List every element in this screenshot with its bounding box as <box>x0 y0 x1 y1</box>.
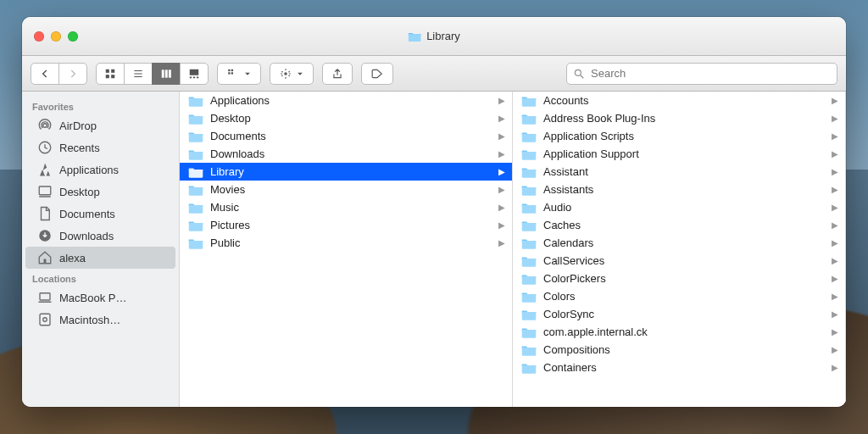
folder-name: Desktop <box>210 112 251 125</box>
folder-row[interactable]: Public▶ <box>180 234 512 252</box>
folder-row[interactable]: Assistants▶ <box>513 181 845 198</box>
column-1: Accounts▶Address Book Plug-Ins▶Applicati… <box>513 92 846 407</box>
chevron-right-icon: ▶ <box>832 131 838 141</box>
svg-rect-0 <box>106 69 109 72</box>
folder-name: Address Book Plug-Ins <box>543 112 655 125</box>
share-button[interactable] <box>322 63 353 85</box>
chevron-right-icon: ▶ <box>832 238 838 248</box>
view-icon-button[interactable] <box>96 63 125 85</box>
svg-point-30 <box>43 318 47 322</box>
chevron-right-icon: ▶ <box>832 292 838 301</box>
folder-icon <box>521 255 537 267</box>
sidebar-item-recents[interactable]: Recents <box>25 136 175 159</box>
doc-icon <box>37 206 53 221</box>
folder-row[interactable]: Music▶ <box>180 198 512 216</box>
folder-row[interactable]: CallServices▶ <box>513 252 845 270</box>
folder-icon <box>408 30 421 43</box>
folder-name: Movies <box>210 183 245 196</box>
view-column-button[interactable] <box>152 63 181 85</box>
folder-icon <box>521 220 537 231</box>
folder-icon <box>521 291 537 303</box>
folder-row[interactable]: ColorPickers▶ <box>513 270 845 287</box>
folder-row[interactable]: Documents▶ <box>180 127 512 145</box>
folder-icon <box>521 131 537 142</box>
folder-icon <box>188 220 203 231</box>
folder-icon <box>521 184 537 196</box>
svg-rect-17 <box>231 72 233 74</box>
sidebar-item-desktop[interactable]: Desktop <box>25 181 175 203</box>
sidebar-item-alexa[interactable]: alexa <box>25 247 175 269</box>
folder-row[interactable]: Pictures▶ <box>180 216 512 234</box>
folder-row[interactable]: Movies▶ <box>180 181 512 198</box>
view-list-button[interactable] <box>124 63 153 85</box>
forward-button[interactable] <box>58 63 87 85</box>
back-button[interactable] <box>31 63 59 85</box>
folder-icon <box>521 95 537 107</box>
folder-row[interactable]: Address Book Plug-Ins▶ <box>513 109 845 127</box>
search-field[interactable] <box>566 63 837 85</box>
folder-name: Public <box>210 236 240 249</box>
folder-row[interactable]: Accounts▶ <box>513 92 845 109</box>
svg-rect-11 <box>190 76 192 78</box>
folder-row[interactable]: Library▶ <box>180 163 512 181</box>
sidebar-item-label: MacBook P… <box>59 292 126 304</box>
folder-icon <box>521 166 537 178</box>
folder-row[interactable]: ColorSync▶ <box>513 305 845 323</box>
chevron-right-icon: ▶ <box>832 309 838 319</box>
folder-row[interactable]: Desktop▶ <box>180 109 512 127</box>
sidebar-item-documents[interactable]: Documents <box>25 203 175 225</box>
zoom-window-button[interactable] <box>68 31 78 42</box>
chevron-right-icon: ▶ <box>498 203 505 212</box>
folder-row[interactable]: com.apple.internal.ck▶ <box>513 323 845 341</box>
folder-icon <box>188 184 203 196</box>
chevron-right-icon: ▶ <box>832 220 838 230</box>
sidebar-item-airdrop[interactable]: AirDrop <box>25 114 175 136</box>
chevron-right-icon: ▶ <box>498 149 505 159</box>
folder-name: Containers <box>543 361 597 374</box>
group-by-button[interactable] <box>217 63 261 85</box>
sidebar-item-label: AirDrop <box>59 120 97 132</box>
airdrop-icon <box>37 118 53 133</box>
toolbar <box>22 56 846 92</box>
columns-view: Applications▶Desktop▶Documents▶Downloads… <box>180 92 846 407</box>
chevron-right-icon: ▶ <box>498 185 505 194</box>
folder-row[interactable]: Application Support▶ <box>513 145 845 163</box>
sidebar-item-label: Documents <box>59 208 115 220</box>
action-button[interactable] <box>270 63 314 85</box>
chevron-right-icon: ▶ <box>832 96 838 105</box>
folder-name: Library <box>210 165 244 178</box>
search-input[interactable] <box>566 63 837 85</box>
folder-icon <box>521 273 537 285</box>
folder-icon <box>521 362 537 374</box>
chevron-right-icon: ▶ <box>832 167 838 176</box>
sidebar-item-label: Downloads <box>59 230 114 242</box>
sidebar-item-applications[interactable]: Applications <box>25 159 175 181</box>
folder-row[interactable]: Caches▶ <box>513 216 845 234</box>
svg-rect-15 <box>231 69 233 70</box>
folder-row[interactable]: Colors▶ <box>513 287 845 305</box>
folder-row[interactable]: Audio▶ <box>513 198 845 216</box>
svg-point-21 <box>43 124 47 128</box>
folder-row[interactable]: Containers▶ <box>513 359 845 376</box>
sidebar-item-macbook-p-[interactable]: MacBook P… <box>25 287 175 309</box>
folder-row[interactable]: Downloads▶ <box>180 145 512 163</box>
folder-row[interactable]: Compositions▶ <box>513 341 845 359</box>
sidebar-section-header: Favorites <box>22 97 179 114</box>
titlebar: Library <box>22 17 846 56</box>
chevron-right-icon: ▶ <box>832 114 838 123</box>
svg-rect-1 <box>111 69 114 72</box>
close-window-button[interactable] <box>34 31 44 42</box>
view-gallery-button[interactable] <box>180 63 209 85</box>
minimize-window-button[interactable] <box>51 31 61 42</box>
svg-rect-16 <box>228 72 230 74</box>
sidebar-item-downloads[interactable]: Downloads <box>25 225 175 247</box>
folder-row[interactable]: Applications▶ <box>180 92 512 109</box>
folder-name: Compositions <box>543 343 610 356</box>
folder-row[interactable]: Assistant▶ <box>513 163 845 181</box>
folder-row[interactable]: Application Scripts▶ <box>513 127 845 145</box>
tags-button[interactable] <box>361 63 393 85</box>
folder-row[interactable]: Calendars▶ <box>513 234 845 252</box>
svg-rect-2 <box>106 75 109 78</box>
sidebar-item-macintosh-[interactable]: Macintosh… <box>25 309 175 331</box>
desktop-icon <box>37 184 53 199</box>
